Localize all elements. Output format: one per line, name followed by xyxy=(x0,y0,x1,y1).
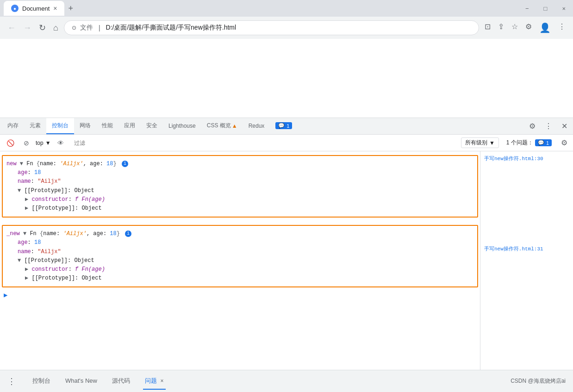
new-tab-button[interactable]: + xyxy=(64,2,77,15)
console-toolbar: 🚫 ⊘ top ▼ 👁 所有级别 ▼ 1 个问题： 💬 1 ⚙ xyxy=(0,135,573,151)
entry2-val2: 18 xyxy=(110,230,116,237)
bottom-three-dots-icon[interactable]: ⋮ xyxy=(7,376,16,386)
console-spacer xyxy=(0,219,480,223)
levels-dropdown[interactable]: 所有级别 ▼ xyxy=(461,137,499,148)
chat-icon: 💬 xyxy=(278,123,285,129)
block-button[interactable]: ⊘ xyxy=(21,137,32,149)
entry1-proto-expand[interactable]: ▼ xyxy=(18,187,21,194)
devtools-close-icon[interactable]: ✕ xyxy=(558,120,571,132)
devtools-settings-icon[interactable]: ⚙ xyxy=(525,120,539,132)
entry2-brace-close: } xyxy=(117,230,120,237)
tab-memory[interactable]: 内存 xyxy=(2,118,24,134)
tab-performance[interactable]: 性能 xyxy=(96,118,118,134)
tab-lighthouse[interactable]: Lighthouse xyxy=(163,118,201,134)
eye-button[interactable]: 👁 xyxy=(55,137,67,149)
source-link-2[interactable]: 手写new操作符.html:31 xyxy=(484,245,569,252)
entry2-name-val: "Ailjx" xyxy=(37,249,61,255)
tab-css[interactable]: CSS 概览 ▲ xyxy=(201,118,243,134)
share-icon[interactable]: ⇪ xyxy=(496,20,506,35)
context-selector[interactable]: top ▼ xyxy=(36,140,51,146)
console-source-panel: 手写new操作符.html:30 手写new操作符.html:31 xyxy=(480,151,573,370)
bottom-tab-issues[interactable]: 问题 × xyxy=(143,373,166,390)
entry2-proto: ▼ [[Prototype]]: Object xyxy=(6,256,473,265)
url-bar[interactable]: ⊙ 文件 | D:/桌面/题解/手撕面试题/手写new操作符.html xyxy=(64,20,479,35)
bottom-tab-sources[interactable]: 源代码 xyxy=(110,373,132,390)
entry1-val2: 18 xyxy=(106,161,113,167)
tab-elements[interactable]: 元素 xyxy=(24,118,46,134)
maximize-button[interactable]: □ xyxy=(540,4,551,13)
console-entry-2: _new ▼ Fn {name: 'Ailjx', age: 18} i age… xyxy=(2,225,478,287)
entry2-header: _new ▼ Fn {name: 'Ailjx', age: 18} i xyxy=(6,230,473,238)
tab-bar: ● Document × + xyxy=(4,0,77,17)
entry2-expand[interactable]: ▼ xyxy=(23,230,30,237)
entry2-proto-expand[interactable]: ▼ xyxy=(18,257,21,264)
forward-button[interactable]: → xyxy=(21,21,33,35)
tab-security[interactable]: 安全 xyxy=(141,118,163,134)
tab-issues-badge[interactable]: 💬 1 xyxy=(270,118,298,134)
active-tab[interactable]: ● Document × xyxy=(4,1,64,16)
entry1-brace-close: } xyxy=(113,161,117,167)
entry2-age-val: 18 xyxy=(34,239,41,246)
source-link-1[interactable]: 手写new操作符.html:30 xyxy=(484,155,569,162)
issues-tab-close-icon[interactable]: × xyxy=(161,378,164,384)
info-icon-2[interactable]: i xyxy=(125,230,131,237)
entry1-proto-label: [[Prototype]]: Object xyxy=(24,187,94,194)
console-settings-icon[interactable]: ⚙ xyxy=(559,137,569,149)
bottom-tab-whats-new[interactable]: What's New xyxy=(63,373,99,389)
extensions-icon[interactable]: ⚙ xyxy=(523,20,534,35)
entry2-name-colon: : xyxy=(31,249,37,255)
close-window-button[interactable]: × xyxy=(558,4,569,13)
entry2-key1: name: xyxy=(43,230,63,237)
browser-icon: ● xyxy=(11,5,19,12)
entry2-proto2: ▶ [[Prototype]]: Object xyxy=(6,274,473,283)
address-actions: ⊡ ⇪ ☆ ⚙ 👤 ⋮ xyxy=(483,20,567,35)
profile-icon[interactable]: 👤 xyxy=(537,20,553,35)
file-prefix: 文件 xyxy=(80,24,93,32)
entry1-prefix: new xyxy=(6,161,17,167)
entry1-name-val: "Ailjx" xyxy=(37,178,61,185)
entry2-age-key: age xyxy=(18,239,28,246)
filter-input[interactable] xyxy=(70,138,457,148)
tab-redux[interactable]: Redux xyxy=(243,118,270,134)
entry1-val1: 'Ailjx' xyxy=(60,161,83,167)
tab-application[interactable]: 应用 xyxy=(118,118,141,134)
entry1-expand[interactable]: ▼ xyxy=(20,161,26,167)
reload-button[interactable]: ↻ xyxy=(37,21,48,35)
entry1-age-val: 18 xyxy=(34,169,41,176)
entry1-ctor-expand[interactable]: ▶ xyxy=(25,196,28,203)
dropdown-arrow: ▼ xyxy=(45,140,51,146)
entry1-name-key: name xyxy=(18,178,31,185)
entry1-age-colon: : xyxy=(28,169,34,176)
entry2-ctor-expand[interactable]: ▶ xyxy=(25,266,28,273)
menu-icon[interactable]: ⋮ xyxy=(556,20,567,35)
tab-close-button[interactable]: × xyxy=(53,5,57,12)
tab-network[interactable]: 网络 xyxy=(74,118,96,134)
entry2-ctor-colon: : xyxy=(69,266,75,273)
chat-icon-small: 💬 xyxy=(538,140,544,146)
entry2-proto-label: [[Prototype]]: Object xyxy=(24,257,94,264)
bottom-tab-console[interactable]: 控制台 xyxy=(31,373,52,390)
tab-title: Document xyxy=(22,5,50,12)
entry1-constructor: ▶ constructor: f Fn(age) xyxy=(6,195,473,204)
entry2-proto2-expand[interactable]: ▶ xyxy=(25,275,28,281)
minimize-button[interactable]: − xyxy=(522,4,533,13)
issues-count: 1 xyxy=(546,140,549,146)
console-prompt: ▶ xyxy=(0,289,480,301)
entry1-ctor-key: constructor xyxy=(31,196,68,203)
bottom-branding: CSDN @海底烧烤店ai xyxy=(511,377,566,385)
devtools-more-icon[interactable]: ⋮ xyxy=(541,120,556,132)
entry1-proto2-expand[interactable]: ▶ xyxy=(25,205,28,212)
entry1-proto2: ▶ [[Prototype]]: Object xyxy=(6,204,473,213)
bookmark-icon[interactable]: ☆ xyxy=(510,20,520,35)
window-controls: − □ × xyxy=(522,4,569,13)
title-bar: ● Document × + − □ × xyxy=(0,0,573,17)
entry2-proto2-label: [[Prototype]]: Object xyxy=(31,275,101,281)
clear-console-button[interactable]: 🚫 xyxy=(4,137,17,149)
tab-console[interactable]: 控制台 xyxy=(46,118,74,134)
info-icon-1[interactable]: i xyxy=(122,161,128,167)
cast-icon[interactable]: ⊡ xyxy=(483,20,492,35)
home-button[interactable]: ⌂ xyxy=(51,21,60,35)
console-main: new ▼ Fn {name: 'Ailjx', age: 18} i age:… xyxy=(0,151,573,370)
back-button[interactable]: ← xyxy=(6,21,18,35)
console-output: new ▼ Fn {name: 'Ailjx', age: 18} i age:… xyxy=(0,151,480,370)
